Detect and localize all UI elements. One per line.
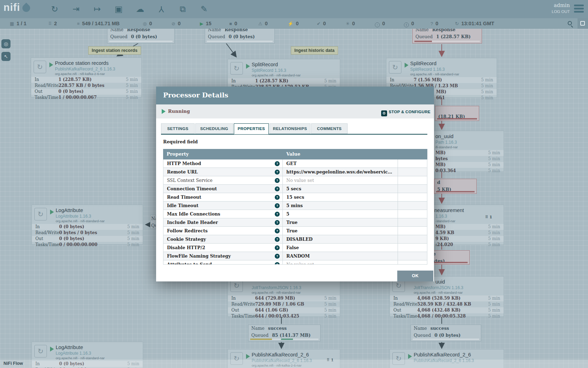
remote-process-group-tool-icon[interactable]: ☁ (134, 3, 146, 15)
help-icon[interactable]: ? (275, 170, 280, 175)
connection-label-clipped[interactable]: Na Qu (150, 215, 156, 229)
logout-link[interactable]: LOG OUT (552, 9, 570, 14)
help-icon[interactable]: ? (275, 237, 280, 242)
help-icon[interactable]: ? (275, 212, 280, 217)
funnel-tool-icon[interactable]: Y (155, 3, 167, 15)
processor-jolttransform-center[interactable]: ↻ JoltTransformJSON 1.16.3 org.apache.ni… (227, 276, 340, 317)
processor-type: PublishKafkaRecord_2_6 1.16.3 (55, 67, 115, 71)
flow-label-ingest-historic[interactable]: Ingest historic data (291, 46, 338, 55)
processor-bundle: org.apache.nifi - nifi-standard-nar (410, 72, 459, 76)
queue-indicator (250, 339, 318, 340)
status-invalid: ⚠0 (258, 18, 268, 29)
processor-name: LogAttribute (56, 207, 83, 213)
processor-icon: ↻ (34, 61, 46, 73)
flow-label-ingest-station[interactable]: Ingest station records (88, 46, 141, 55)
table-header: Property Value (163, 149, 427, 159)
help-icon[interactable]: ? (275, 178, 280, 183)
status-stopped: ■0 (229, 18, 237, 29)
help-icon[interactable]: ? (275, 195, 280, 200)
connection-label[interactable]: Namesuccess Queued85 (141.37 MB) (248, 325, 321, 341)
processor-type: JoltTransformJSON 1.16.3 (252, 285, 301, 290)
help-icon[interactable]: ? (275, 245, 280, 250)
help-icon[interactable]: ? (275, 203, 280, 208)
dialog-header: Processor Details (156, 87, 434, 104)
processor-icon: ↻ (389, 61, 401, 74)
property-row: Remote URL? https://www.pegelonline.wsv.… (163, 168, 427, 176)
running-icon (50, 210, 54, 214)
navigate-palette-button[interactable]: ◎ (1, 39, 10, 48)
processor-jolttransform-uuid[interactable]: ↻ uuid JoltTransformJSON 1.16.3 org.apac… (390, 276, 504, 317)
processor-bundle: org.apache.nifi - nifi-standard-nar (414, 291, 463, 294)
processor-name: on_uuid (435, 134, 454, 139)
tab-properties[interactable]: PROPERTIES (234, 123, 269, 135)
help-icon[interactable]: ? (275, 161, 280, 166)
running-icon (49, 62, 53, 67)
running-icon (50, 347, 54, 352)
process-group-tool-icon[interactable]: ▣ (113, 3, 125, 15)
queue-indicator (413, 339, 479, 340)
processor-bundle: org.apache.nifi - nifi-kafka-2-6-nar (55, 72, 105, 76)
help-icon[interactable]: ? (275, 262, 280, 265)
processor-tool-icon[interactable]: ↻ (49, 3, 61, 15)
property-row: SSL Context Service? No value set (163, 176, 427, 185)
processor-name: PublishKafkaRecord_2_6 (252, 352, 309, 357)
connection-label[interactable]: Namesuccess Queued0 (0 bytes) (411, 325, 481, 341)
gear-icon: ⚙ (381, 110, 387, 116)
running-icon (405, 63, 408, 68)
breadcrumb[interactable]: NiFi Flow (4, 361, 23, 366)
status-transmitting: ◎0 (143, 18, 152, 29)
property-row: Read Timeout? 15 secs (163, 193, 427, 202)
ok-button[interactable]: OK (397, 271, 433, 281)
processor-type: SplitRecord 1.16.3 (410, 67, 445, 72)
global-menu-icon[interactable] (574, 5, 584, 14)
tab-scheduling[interactable]: SCHEDULING (195, 123, 233, 134)
tab-comments[interactable]: COMMENTS (311, 123, 348, 134)
running-status-icon (162, 109, 166, 114)
running-icon (246, 354, 250, 359)
stop-and-configure-button[interactable]: ⚙STOP & CONFIGURE (381, 108, 430, 116)
queue-indicator (207, 41, 273, 42)
help-icon[interactable]: ? (275, 229, 280, 233)
input-port-tool-icon[interactable]: ⇥ (70, 3, 82, 15)
output-port-tool-icon[interactable]: ↦ (91, 3, 103, 15)
running-icon (246, 64, 250, 69)
status-sync-failure: ?0 (430, 18, 438, 29)
app-header: nifi ↻ ⇥ ↦ ▣ ☁ Y ⧉ ✎ admin LOG OUT (0, 0, 588, 18)
queue-indicator (414, 41, 480, 42)
processor-type: LogAttribute 1.16.3 (56, 214, 91, 219)
current-user: admin (552, 2, 570, 8)
required-field-note: Required field (163, 139, 198, 144)
processor-name: LogAttribute (56, 345, 83, 350)
template-tool-icon[interactable]: ⧉ (177, 3, 189, 15)
tab-relationships[interactable]: RELATIONSHIPS (270, 123, 310, 134)
property-row: Follow Redirects? True (163, 227, 427, 235)
processor-produce-station-records[interactable]: ↻ Produce station records PublishKafkaRe… (31, 57, 142, 97)
status-locally-modified-stale: !0 (404, 18, 414, 29)
label-tool-icon[interactable]: ✎ (198, 3, 210, 15)
connection-label-clipped[interactable]: (18.21 KB) (435, 106, 479, 121)
property-row: Max Idle Connections? 5 (163, 210, 427, 218)
operate-palette-button[interactable]: ↖ (1, 52, 10, 61)
nifi-logo: nifi (4, 2, 30, 13)
processor-logattribute[interactable]: ↻ LogAttribute LogAttribute 1.16.3 org.a… (31, 205, 143, 245)
properties-table: Property Value HTTP Method? GET Remote U… (163, 149, 427, 265)
help-icon[interactable]: ? (275, 220, 280, 225)
connection-label-clipped[interactable]: e ytes) (430, 250, 470, 265)
processor-bundle: -standard-nar (435, 219, 455, 223)
help-icon[interactable]: ? (275, 186, 280, 191)
birdseye-panel-button[interactable] (578, 18, 588, 29)
property-row: HTTP Method? GET (163, 159, 427, 168)
status-refresh[interactable]: ↻13:01:41 GMT (455, 18, 494, 29)
property-row: Include Date Header? True (163, 218, 427, 227)
processor-type: SplitRecord 1.16.3 (252, 68, 286, 73)
search-icon[interactable] (568, 21, 572, 25)
processor-name: uuid (435, 279, 445, 285)
status-bar: ▦1 / 1 ⠿2 ≡549 / 141.71 MB ◎0 ⊘0 ▶15 ■0 … (0, 18, 588, 29)
queue-indicator (432, 262, 468, 263)
status-running: ▶15 (200, 18, 211, 29)
tab-settings[interactable]: SETTINGS (161, 123, 195, 134)
run-status-label: Running (168, 109, 190, 114)
nifi-app: Ingest station records Ingest historic d… (0, 0, 588, 368)
help-icon[interactable]: ? (275, 254, 280, 259)
connection-label-clipped[interactable]: d 5 KB) (434, 179, 477, 194)
